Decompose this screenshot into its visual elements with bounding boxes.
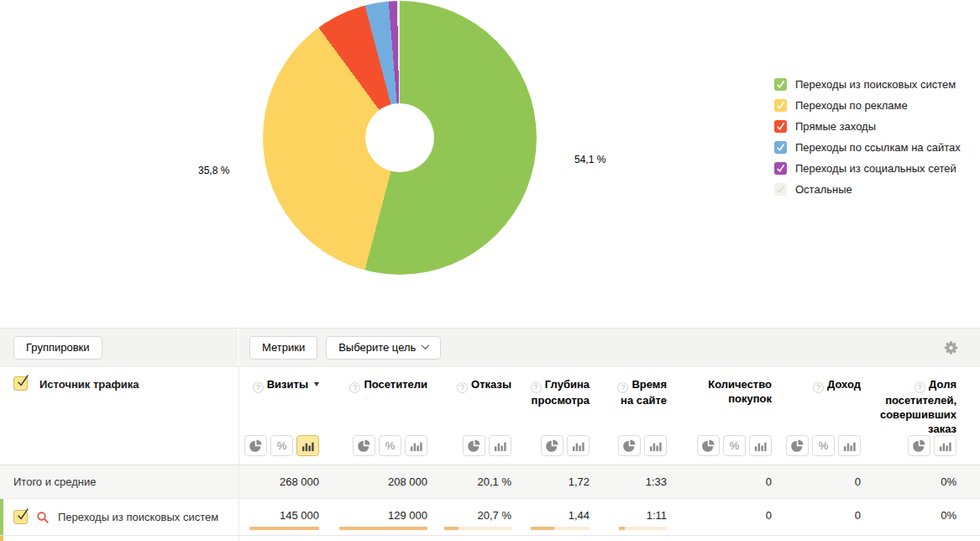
legend-checkbox[interactable] [774,99,787,112]
totals-row: Итого и средние 268 000208 00020,1 %1,72… [0,465,980,498]
totals-cells: 268 000208 00020,1 %1,721:33000% [239,465,980,498]
legend-checkbox[interactable] [774,183,787,196]
help-icon[interactable]: ? [457,382,468,393]
legend-label: Переходы из социальных сетей [795,162,956,175]
help-icon[interactable]: ? [531,382,542,393]
metric-value: 20,7 % [427,499,511,535]
chart-mode-percent-button[interactable]: % [812,435,835,456]
legend-item[interactable]: Переходы из поисковых систем [774,74,961,95]
metric-value: 1:11 [590,499,667,535]
chart-mode-pie-button[interactable] [618,435,641,456]
help-icon[interactable]: ? [253,382,264,393]
row-cells: 145 000129 00020,7 %1,441:11000% [239,499,980,535]
donut-hole [365,103,434,172]
value-bar [339,527,427,530]
chart-mode-bars-button[interactable] [489,435,511,456]
column-header: ?Доля посетителей, совершивших заказ [861,367,956,433]
table-settings-gear-icon[interactable] [944,340,958,355]
chart-mode-toggle-row: % % [0,433,980,465]
totals-value: 20,1 % [427,465,511,498]
column-header: ?Посетители [319,367,427,433]
legend-checkbox[interactable] [774,141,787,154]
chart-mode-pie-button[interactable] [908,435,930,456]
check-icon [775,163,786,174]
chart-mode-pie-button[interactable] [541,435,563,456]
metric-value: 0 [667,499,772,535]
legend-item[interactable]: Прямые заходы [774,116,961,137]
metrica-report: 54,1 % 35,8 % Переходы из поисковых сист… [0,0,980,541]
toggle-cell: % [239,433,319,465]
toggle-cell [427,433,511,465]
toggle-cells: % % [239,433,980,465]
row-label-cell: Переходы из поисковых систем [0,499,239,535]
table-row: Переходы из поисковых систем 145 000129 … [0,498,980,536]
totals-value: 0% [861,465,956,498]
toolbar-right: Метрики Выберите цель [239,328,980,366]
help-icon[interactable]: ? [914,382,925,393]
groupings-button[interactable]: Группировки [13,336,102,360]
pie-percent-label-search: 54,1 % [574,154,605,165]
row-color-stripe [0,499,3,535]
toggle-cell [861,433,956,465]
chart-mode-pie-button[interactable] [244,435,267,456]
chart-mode-bars-button[interactable] [296,435,319,456]
metric-value: 129 000 [319,499,427,535]
chart-mode-pie-button[interactable] [353,435,375,456]
next-row-left [0,536,239,541]
toolbar-left: Группировки [0,328,239,366]
help-icon[interactable]: ? [617,382,628,393]
check-icon [775,79,786,90]
metric-value: 0% [861,499,956,535]
metric-value: 145 000 [239,499,319,535]
column-header: ?Время на сайте [590,367,667,433]
row-checkbox[interactable] [13,510,28,524]
legend-label: Переходы по рекламе [795,99,908,112]
column-header: Количество покупок [667,367,772,433]
chart-mode-bars-button[interactable] [644,435,667,456]
chart-mode-pie-button[interactable] [786,435,809,456]
next-row-color-stripe [0,536,3,541]
column-header: ?Отказы [427,367,511,433]
chart-mode-bars-button[interactable] [405,435,427,456]
legend-checkbox[interactable] [774,120,787,133]
totals-value: 1,72 [511,465,590,498]
chart-mode-percent-button[interactable]: % [270,435,293,456]
legend-checkbox[interactable] [774,78,787,91]
row-label[interactable]: Переходы из поисковых систем [58,511,218,523]
chart-mode-bars-button[interactable] [567,435,590,456]
table-toolbar: Группировки Метрики Выберите цель [0,328,980,367]
chart-mode-pie-button[interactable] [463,435,485,456]
value-bar [531,527,590,530]
select-goal-label: Выберите цель [338,341,416,354]
metric-value: 1,44 [511,499,590,535]
toggle-row-left [0,433,239,465]
legend-item[interactable]: Переходы по ссылкам на сайтах [774,137,961,158]
totals-value: 1:33 [590,465,667,498]
legend-item[interactable]: Переходы по рекламе [774,95,961,116]
table-header-row: Источник трафика ?Визиты?Посетители?Отка… [0,367,980,433]
check-icon [775,142,786,153]
legend-item[interactable]: Переходы из социальных сетей [774,158,961,179]
chart-mode-bars-button[interactable] [749,435,772,456]
help-icon[interactable]: ? [813,382,824,393]
chart-mode-pie-button[interactable] [697,435,720,456]
chart-mode-percent-button[interactable]: % [379,435,401,456]
traffic-donut-chart[interactable] [263,1,537,275]
legend-checkbox[interactable] [774,162,787,175]
metric-headers: ?Визиты?Посетители?Отказы?Глубина просмо… [239,367,980,433]
legend-label: Переходы по ссылкам на сайтах [795,141,961,154]
select-all-checkbox[interactable] [13,376,28,391]
chart-mode-bars-button[interactable] [934,435,956,456]
totals-value: 268 000 [239,465,319,498]
chart-mode-bars-button[interactable] [838,435,861,456]
metric-value: 0 [772,499,861,535]
search-magnifier-icon [36,511,50,524]
toggle-cell [511,433,590,465]
chart-mode-percent-button[interactable]: % [723,435,746,456]
check-icon [775,100,786,111]
help-icon[interactable]: ? [349,382,360,393]
toggle-cell: % [772,433,861,465]
legend-item[interactable]: Остальные [774,179,961,200]
select-goal-button[interactable]: Выберите цель [326,336,441,360]
metrics-button[interactable]: Метрики [249,336,317,360]
